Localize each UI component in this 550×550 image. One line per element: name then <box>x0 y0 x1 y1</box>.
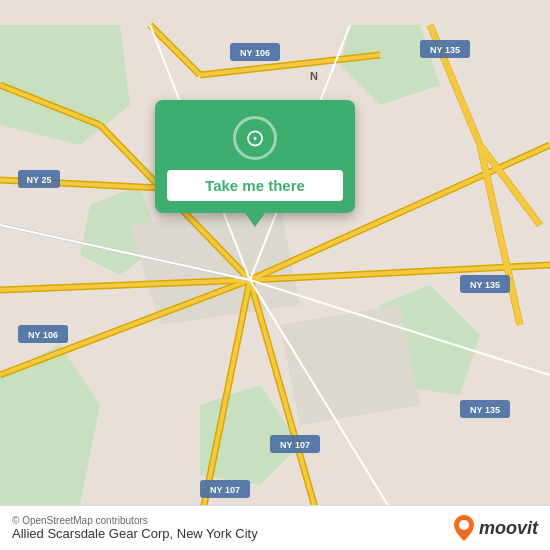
svg-marker-7 <box>130 205 300 325</box>
place-name-text: Allied Scarsdale Gear Corp, New York Cit… <box>12 526 258 541</box>
location-popup: ⊙ Take me there <box>155 100 355 213</box>
bottom-info: © OpenStreetMap contributors Allied Scar… <box>12 515 258 541</box>
svg-text:NY 135: NY 135 <box>470 280 500 290</box>
svg-text:NY 25: NY 25 <box>27 175 52 185</box>
location-icon-circle: ⊙ <box>233 116 277 160</box>
attribution-text: © OpenStreetMap contributors <box>12 515 258 526</box>
svg-text:NY 135: NY 135 <box>470 405 500 415</box>
svg-point-62 <box>459 520 469 530</box>
svg-text:NY 107: NY 107 <box>210 485 240 495</box>
moovit-pin-icon <box>453 514 475 542</box>
moovit-logo: moovit <box>453 514 538 542</box>
location-pin-icon: ⊙ <box>245 126 265 150</box>
take-me-there-button[interactable]: Take me there <box>167 170 343 201</box>
svg-text:NY 106: NY 106 <box>28 330 58 340</box>
svg-text:NY 106: NY 106 <box>240 48 270 58</box>
moovit-brand-text: moovit <box>479 518 538 539</box>
svg-text:NY 107: NY 107 <box>280 440 310 450</box>
svg-text:N: N <box>310 70 318 82</box>
svg-text:NY 135: NY 135 <box>430 45 460 55</box>
map-container: NY 135 NY 106 NY 25 NY 106 NY 107 NY 107… <box>0 0 550 550</box>
bottom-bar: © OpenStreetMap contributors Allied Scar… <box>0 505 550 550</box>
